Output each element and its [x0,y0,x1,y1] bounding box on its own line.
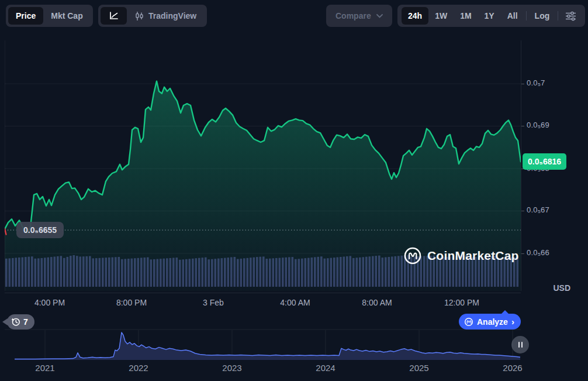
chart-type-toggle-group: TradingView [98,5,207,27]
x-tick-label: 3 Feb [203,298,224,307]
handle-grip-icon [521,342,523,348]
currency-label: USD [553,283,570,293]
range-all[interactable]: All [501,7,524,25]
handle-grip-icon [518,342,520,348]
year-tick-label: 2021 [35,363,54,373]
history-button[interactable]: 7 [7,314,34,329]
x-tick-label: 8:00 AM [362,298,392,307]
compare-button[interactable]: Compare [326,5,392,27]
navigator-handle[interactable] [511,336,529,353]
x-tick-label: 8:00 PM [116,298,147,307]
divider [526,11,527,20]
range-1y[interactable]: 1Y [478,7,501,25]
y-axis-tick-mark [521,84,524,84]
chart-settings-button[interactable] [560,7,581,25]
candlestick-icon [135,11,144,21]
current-price-badge: 0.0₅6816 [523,153,566,170]
range-1m[interactable]: 1M [454,7,478,25]
range-24h[interactable]: 24h [402,7,428,25]
tab-tradingview[interactable]: TradingView [127,11,205,21]
tab-mkt-cap[interactable]: Mkt Cap [43,7,90,25]
analyze-label: Analyze [477,317,508,327]
x-tick-label: 4:00 PM [34,298,65,307]
tab-line-chart[interactable] [101,7,127,25]
analyze-button[interactable]: Analyze › [459,314,521,329]
history-clock-icon [11,317,20,327]
y-tick-label: 0.0₅69 [527,121,549,129]
coinmarketcap-watermark: CoinMarketCap [403,246,519,265]
year-tick-label: 2023 [222,363,241,373]
year-tick-label: 2025 [409,363,428,373]
line-chart-icon [109,11,119,20]
y-axis-tick-mark [521,126,524,126]
y-tick-label: 0.0₅66 [527,248,549,257]
watermark-text: CoinMarketCap [427,249,519,263]
history-count: 7 [23,317,28,327]
compare-label: Compare [335,11,371,20]
range-navigator[interactable] [5,329,521,362]
chevron-down-icon [376,14,383,18]
chevron-right-icon: › [511,317,514,327]
sliders-icon [565,11,576,21]
x-tick-label: 12:00 PM [444,298,479,307]
time-range-group: 24h 1W 1M 1Y All Log [397,5,585,27]
y-axis-tick-mark [521,211,524,211]
divider [558,11,558,20]
x-axis-line [5,293,521,293]
y-tick-label: 0.0₅7 [527,78,545,87]
cmc-chart-widget: Price Mkt Cap TradingView Compare 24h [0,0,588,381]
x-tick-label: 4:00 AM [280,298,310,307]
y-axis: 0.0₅7 0.0₅69 0.0₅68 0.0₅67 0.0₅66 0.0₅68… [521,40,588,291]
tradingview-label: TradingView [148,11,196,20]
coinmarketcap-logo-icon [403,246,422,265]
year-tick-label: 2024 [316,363,335,373]
analyze-logo-icon [464,317,473,327]
log-scale-toggle[interactable]: Log [528,7,556,25]
year-tick-label: 2026 [503,363,522,373]
y-axis-tick-mark [521,253,524,254]
chart-left-border [5,40,5,291]
tab-price[interactable]: Price [8,7,43,25]
year-tick-label: 2022 [129,363,148,373]
open-price-label: 0.0₅6655 [16,222,64,238]
y-tick-label: 0.0₅67 [527,205,549,214]
range-1w[interactable]: 1W [428,7,454,25]
metric-toggle-group: Price Mkt Cap [6,5,93,27]
